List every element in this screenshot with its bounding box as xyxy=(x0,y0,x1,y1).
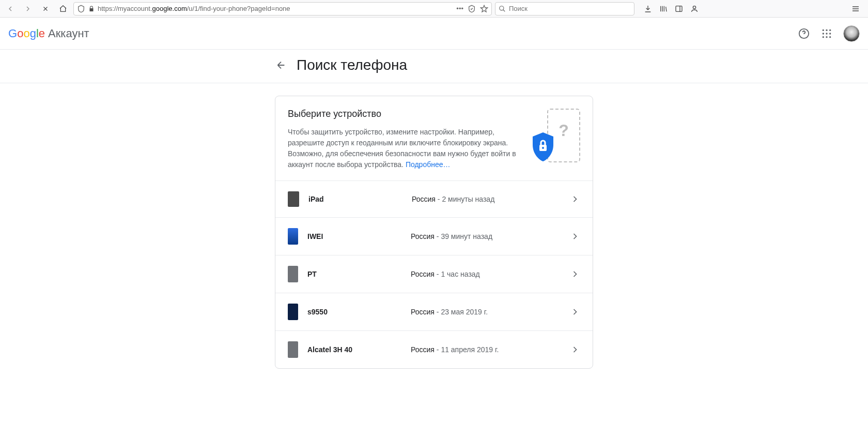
device-time: 1 час назад xyxy=(441,270,479,278)
svg-rect-1 xyxy=(676,6,682,11)
back-arrow-icon[interactable] xyxy=(275,59,287,71)
page-title: Поиск телефона xyxy=(297,57,407,73)
meta-separator: - xyxy=(435,308,441,316)
device-location: Россия xyxy=(411,270,435,278)
hamburger-menu-icon[interactable] xyxy=(848,2,863,16)
device-thumbnail xyxy=(288,228,298,245)
downloads-icon[interactable] xyxy=(644,5,652,13)
url-suffix: /u/1/find-your-phone?pageId=none xyxy=(187,5,290,12)
device-name: Alcatel 3H 40 xyxy=(307,345,411,354)
back-button[interactable] xyxy=(3,2,18,16)
url-prefix: https://myaccount. xyxy=(98,5,152,12)
page-content: Поиск телефона Выберите устройство Чтобы… xyxy=(0,50,868,369)
svg-point-14 xyxy=(542,147,544,149)
card-heading: Выберите устройство xyxy=(288,109,520,119)
card-illustration: ? xyxy=(531,109,580,167)
device-name: iPad xyxy=(308,195,412,203)
svg-point-9 xyxy=(829,33,831,34)
device-time: 39 минут назад xyxy=(441,232,492,240)
device-thumbnail xyxy=(288,266,298,282)
device-meta: Россия - 11 апреля 2019 г. xyxy=(411,345,570,354)
apps-grid-icon[interactable] xyxy=(820,27,833,40)
google-wordmark: Google xyxy=(8,27,45,40)
device-name: IWEI xyxy=(307,232,411,240)
device-time: 11 апреля 2019 г. xyxy=(441,345,499,354)
bookmark-star-icon[interactable] xyxy=(480,5,488,13)
help-icon[interactable] xyxy=(798,27,810,40)
learn-more-link[interactable]: Подробнее… xyxy=(406,160,451,169)
svg-point-7 xyxy=(823,33,824,34)
browser-search-input[interactable] xyxy=(509,5,631,12)
profile-icon[interactable] xyxy=(690,5,699,13)
account-word: Аккаунт xyxy=(48,27,89,40)
browser-toolbar: https://myaccount.google.com/u/1/find-yo… xyxy=(0,0,868,18)
google-header: Google Аккаунт xyxy=(0,18,868,50)
user-avatar[interactable] xyxy=(843,25,860,42)
device-time: 23 мая 2019 г. xyxy=(441,308,488,316)
device-location: Россия xyxy=(411,232,435,240)
device-meta: Россия - 39 минут назад xyxy=(411,232,570,240)
svg-point-12 xyxy=(829,36,831,38)
page-actions-icon[interactable]: ••• xyxy=(456,5,463,12)
chevron-right-icon xyxy=(570,231,580,242)
address-bar[interactable]: https://myaccount.google.com/u/1/find-yo… xyxy=(73,2,492,16)
svg-point-4 xyxy=(823,29,824,31)
sidebar-icon[interactable] xyxy=(675,5,683,13)
card-header: Выберите устройство Чтобы защитить устро… xyxy=(275,96,593,180)
device-row[interactable]: PTРоссия - 1 час назад xyxy=(275,255,593,293)
url-text: https://myaccount.google.com/u/1/find-yo… xyxy=(98,5,453,12)
device-card: Выберите устройство Чтобы защитить устро… xyxy=(275,96,593,369)
chevron-right-icon xyxy=(570,269,580,279)
header-divider xyxy=(0,83,868,83)
browser-search-box[interactable] xyxy=(495,2,634,16)
meta-separator: - xyxy=(435,345,441,354)
device-meta: Россия - 23 мая 2019 г. xyxy=(411,308,570,316)
device-time: 2 минуты назад xyxy=(442,195,494,203)
stop-button[interactable] xyxy=(38,2,53,16)
device-meta: Россия - 1 час назад xyxy=(411,270,570,278)
search-icon xyxy=(499,5,506,12)
svg-point-5 xyxy=(826,29,827,31)
forward-button[interactable] xyxy=(21,2,35,16)
device-row[interactable]: iPadРоссия - 2 минуты назад xyxy=(275,180,593,217)
device-meta: Россия - 2 минуты назад xyxy=(412,195,570,203)
google-logo[interactable]: Google Аккаунт xyxy=(8,27,89,40)
svg-point-10 xyxy=(823,36,824,38)
device-name: PT xyxy=(307,270,411,278)
svg-point-2 xyxy=(693,6,695,8)
device-thumbnail xyxy=(288,341,298,358)
library-icon[interactable] xyxy=(659,5,668,13)
device-thumbnail xyxy=(288,304,298,320)
card-description-text: Чтобы защитить устройство, измените наст… xyxy=(288,128,516,169)
card-description: Чтобы защитить устройство, измените наст… xyxy=(288,127,520,170)
chevron-right-icon xyxy=(570,307,580,317)
device-thumbnail xyxy=(288,191,299,207)
chevron-right-icon xyxy=(570,344,580,355)
device-row[interactable]: s9550Россия - 23 мая 2019 г. xyxy=(275,293,593,330)
svg-point-6 xyxy=(829,29,831,31)
device-list: iPadРоссия - 2 минуты назадIWEIРоссия - … xyxy=(275,180,593,368)
device-location: Россия xyxy=(412,195,436,203)
device-row[interactable]: IWEIРоссия - 39 минут назад xyxy=(275,217,593,255)
device-location: Россия xyxy=(411,308,435,316)
security-shield-icon xyxy=(531,132,555,161)
browser-right-tools xyxy=(644,5,699,13)
svg-point-11 xyxy=(826,36,827,38)
home-button[interactable] xyxy=(56,2,70,16)
device-row[interactable]: Alcatel 3H 40Россия - 11 апреля 2019 г. xyxy=(275,330,593,368)
tracking-protection-icon[interactable] xyxy=(468,5,476,13)
shield-info-icon[interactable] xyxy=(77,5,85,13)
svg-point-0 xyxy=(500,6,504,10)
lock-icon xyxy=(88,6,95,12)
chevron-right-icon xyxy=(570,194,580,204)
meta-separator: - xyxy=(435,270,441,278)
page-title-row: Поиск телефона xyxy=(275,57,593,73)
meta-separator: - xyxy=(436,195,442,203)
svg-point-8 xyxy=(826,33,827,34)
meta-separator: - xyxy=(435,232,441,240)
device-name: s9550 xyxy=(307,308,411,316)
url-domain: google.com xyxy=(152,5,187,12)
device-location: Россия xyxy=(411,345,435,354)
